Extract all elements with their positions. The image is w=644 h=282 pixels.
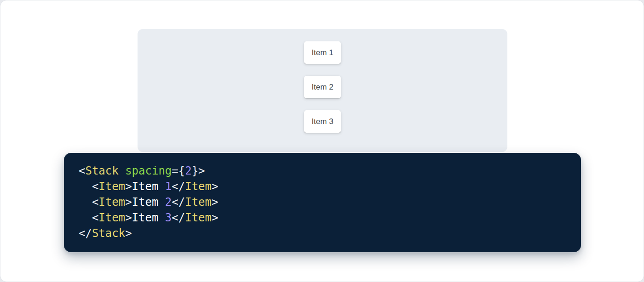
code-line: <Stack spacing={2}>: [79, 163, 566, 179]
demo-item: Item 3: [304, 110, 341, 133]
code-token-tag: Item: [98, 196, 125, 209]
code-line: <Item>Item 1</Item>: [79, 179, 566, 194]
stack-demo-panel: Item 1Item 2Item 3: [138, 29, 507, 152]
stack-demo: Item 1Item 2Item 3: [138, 29, 507, 133]
code-token-text: [79, 211, 92, 224]
code-token-punctuation: >: [125, 211, 132, 224]
code-line: <Item>Item 2</Item>: [79, 194, 566, 210]
code-token-punctuation: <: [92, 180, 98, 193]
demo-item: Item 2: [304, 76, 341, 98]
code-token-punctuation: <: [92, 211, 98, 224]
demo-item: Item 1: [304, 41, 341, 64]
code-token-attribute: spacing: [125, 164, 172, 177]
code-line: </Stack>: [79, 226, 566, 241]
code-token-text: Item: [132, 180, 165, 193]
code-token-tag: Item: [185, 196, 212, 209]
code-line: <Item>Item 3</Item>: [79, 210, 566, 226]
code-token-punctuation: <: [79, 164, 85, 177]
code-token-punctuation: <: [92, 196, 98, 209]
code-token-tag: Stack: [85, 164, 118, 177]
code-token-punctuation: }>: [192, 164, 205, 177]
code-token-tag: Item: [185, 180, 212, 193]
code-token-text: Item: [132, 196, 165, 209]
code-token-tag: Stack: [92, 227, 125, 240]
code-token-number: 3: [165, 211, 172, 224]
code-token-punctuation: >: [125, 180, 132, 193]
code-token-tag: Item: [185, 211, 212, 224]
code-token-text: [79, 196, 92, 209]
code-token-punctuation: </: [172, 196, 185, 209]
code-token-number: 2: [185, 164, 191, 177]
code-token-punctuation: ={: [172, 164, 185, 177]
screenshot-root: Item 1Item 2Item 3 <Stack spacing={2}> <…: [0, 0, 644, 282]
code-token-tag: Item: [98, 180, 125, 193]
code-token-punctuation: </: [172, 211, 185, 224]
code-content: <Stack spacing={2}> <Item>Item 1</Item> …: [79, 163, 566, 241]
code-token-number: 2: [165, 196, 172, 209]
code-token-tag: Item: [98, 211, 125, 224]
code-token-punctuation: >: [125, 196, 132, 209]
code-token-punctuation: >: [212, 211, 218, 224]
code-token-punctuation: </: [172, 180, 185, 193]
page-card: Item 1Item 2Item 3 <Stack spacing={2}> <…: [0, 0, 644, 282]
code-token-number: 1: [165, 180, 172, 193]
code-token-punctuation: >: [212, 180, 218, 193]
code-token-text: [79, 180, 92, 193]
code-block: <Stack spacing={2}> <Item>Item 1</Item> …: [64, 153, 581, 252]
code-token-text: Item: [132, 211, 165, 224]
code-token-punctuation: </: [79, 227, 92, 240]
code-token-punctuation: >: [125, 227, 132, 240]
code-token-punctuation: >: [212, 196, 218, 209]
code-token-text: [119, 164, 125, 177]
